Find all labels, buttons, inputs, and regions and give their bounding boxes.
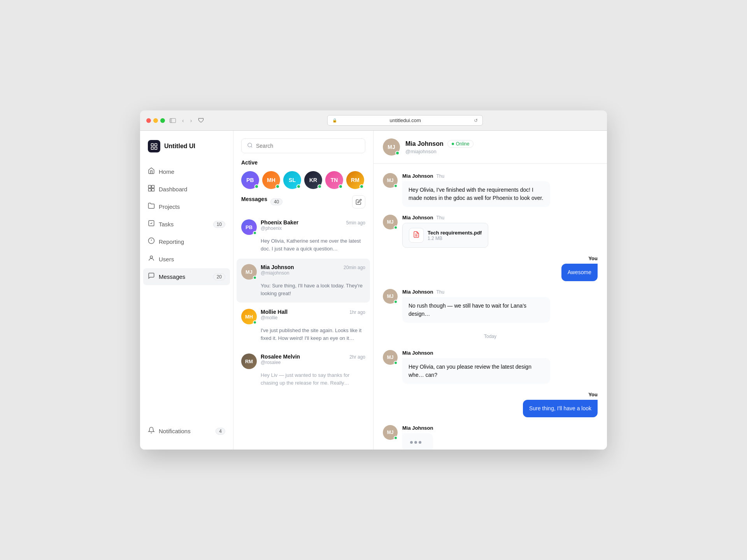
active-avatar[interactable]: SL: [283, 171, 301, 189]
sender-handle: @rosalee: [261, 360, 365, 365]
sidebar-item-label: Home: [159, 168, 174, 175]
chat-message: MJ Mia Johnson Thu: [383, 215, 598, 248]
attachment-name: Tech requirements.pdf: [428, 230, 482, 236]
avatar: MJ: [383, 425, 398, 440]
sidebar-item-notifications[interactable]: Notifications 4: [143, 423, 230, 439]
avatar: MJ: [241, 264, 257, 280]
sidebar-nav: Home Dashboard Projects: [140, 163, 233, 423]
back-arrow[interactable]: ‹: [181, 117, 186, 124]
message-preview: Hey Liv — just wanted to say thanks for …: [241, 371, 365, 387]
search-icon: [247, 142, 253, 149]
attachment-info: Tech requirements.pdf 1.2 MB: [428, 230, 482, 241]
active-avatar[interactable]: PB: [241, 171, 259, 189]
url-text: untitledui.com: [339, 117, 472, 123]
message-time: 5min ago: [346, 220, 365, 226]
chat-message-self: You Sure thing, I'll have a look: [383, 392, 598, 417]
list-item[interactable]: MJ Mia Johnson 20min ago @miajohnson You…: [237, 259, 370, 303]
maximize-button[interactable]: [160, 118, 165, 123]
sidebar-item-label: Messages: [159, 273, 185, 280]
chat-message-self: You Awesome: [383, 256, 598, 281]
dashboard-icon: [148, 185, 155, 194]
svg-rect-6: [149, 189, 151, 191]
message-name-row: Mia Johnson: [402, 350, 550, 356]
message-time: 1hr ago: [349, 310, 365, 315]
avatar: MJ: [383, 289, 398, 304]
sidebar-item-users[interactable]: Users: [143, 251, 230, 268]
list-item[interactable]: MH Mollie Hall 1hr ago @mollie I've just…: [237, 303, 370, 347]
reporting-icon: [148, 237, 155, 246]
minimize-button[interactable]: [153, 118, 158, 123]
forward-arrow[interactable]: ›: [189, 117, 194, 124]
avatar: MJ: [383, 173, 398, 188]
message-sender: You: [588, 392, 598, 397]
message-content: Mia Johnson Hey Olivia, can you please r…: [402, 350, 550, 384]
sender-name: Phoenix Baker: [261, 219, 298, 226]
attachment-size: 1.2 MB: [428, 236, 482, 241]
messages-count-badge: 40: [270, 198, 282, 205]
sidebar-item-home[interactable]: Home: [143, 163, 230, 180]
search-input[interactable]: [256, 143, 359, 149]
search-input-wrap[interactable]: [241, 138, 365, 153]
active-section-title: Active: [241, 159, 365, 166]
online-indicator: [253, 231, 257, 235]
active-avatar[interactable]: RM: [346, 171, 364, 189]
sidebar-item-dashboard[interactable]: Dashboard: [143, 181, 230, 198]
notifications-badge: 4: [216, 428, 225, 435]
online-indicator: [317, 184, 322, 189]
compose-button[interactable]: [352, 195, 365, 208]
browser-nav: ‹ ›: [181, 117, 193, 124]
sidebar-item-label: Projects: [159, 203, 180, 210]
app-layout: Untitled UI Home Dashboard: [140, 131, 607, 450]
active-avatar[interactable]: MH: [262, 171, 280, 189]
svg-point-13: [248, 143, 252, 147]
svg-rect-2: [151, 147, 154, 149]
traffic-lights: [146, 118, 165, 123]
chat-user-info: Mia Johnson Online @miajohnson: [405, 140, 598, 154]
chat-user-avatar: MJ: [383, 138, 400, 156]
online-indicator: [394, 361, 398, 365]
message-content: Mia Johnson Thu Tech requirements.pdf: [402, 215, 488, 248]
sidebar-item-label: Notifications: [159, 428, 191, 434]
date-divider: Today: [383, 334, 598, 339]
message-name-row: Rosalee Melvin 2hr ago: [261, 354, 365, 360]
svg-point-12: [150, 256, 153, 258]
message-meta: Mollie Hall 1hr ago @mollie: [261, 309, 365, 322]
home-icon: [148, 167, 155, 176]
list-item[interactable]: PB Phoenix Baker 5min ago @phoenix Hey O…: [237, 214, 370, 258]
sidebar-item-messages[interactable]: Messages 20: [143, 268, 230, 285]
online-indicator: [296, 184, 301, 189]
active-avatar[interactable]: TN: [325, 171, 343, 189]
list-item[interactable]: RM Rosalee Melvin 2hr ago @rosalee Hey L…: [237, 348, 370, 392]
svg-rect-0: [151, 144, 154, 146]
avatar: MH: [241, 309, 257, 324]
address-bar[interactable]: 🔒 untitledui.com ↺: [327, 115, 483, 126]
typing-dot: [419, 441, 421, 444]
pdf-attachment[interactable]: Tech requirements.pdf 1.2 MB: [402, 223, 488, 248]
online-indicator: [359, 184, 364, 189]
active-section: Active PB MH SL: [233, 159, 373, 195]
typing-indicator: [402, 433, 433, 450]
sidebar-item-projects[interactable]: Projects: [143, 198, 230, 215]
date-label: Today: [484, 334, 496, 339]
close-button[interactable]: [146, 118, 151, 123]
sidebar-item-label: Dashboard: [159, 186, 187, 192]
sidebar-item-tasks[interactable]: Tasks 10: [143, 216, 230, 233]
typing-dots: [409, 438, 427, 447]
message-meta: Mia Johnson 20min ago @miajohnson: [261, 264, 365, 277]
logo-icon: [148, 140, 160, 152]
reload-button[interactable]: ↺: [474, 118, 478, 123]
sidebar-toggle-icon[interactable]: [170, 118, 176, 123]
message-meta: Rosalee Melvin 2hr ago @rosalee: [261, 354, 365, 367]
browser-chrome: ‹ › 🛡 🔒 untitledui.com ↺: [140, 110, 607, 131]
tasks-badge: 10: [213, 221, 225, 228]
message-name-row: Mia Johnson 20min ago: [261, 264, 365, 270]
chat-user-handle: @miajohnson: [405, 149, 598, 154]
sender-name: Rosalee Melvin: [261, 354, 300, 360]
sidebar-item-label: Users: [159, 256, 174, 262]
sidebar-item-reporting[interactable]: Reporting: [143, 233, 230, 250]
pdf-icon: [413, 231, 420, 240]
shield-icon: 🛡: [198, 117, 204, 124]
active-avatar[interactable]: KR: [304, 171, 322, 189]
message-header: PB Phoenix Baker 5min ago @phoenix: [241, 219, 365, 235]
browser-window: ‹ › 🛡 🔒 untitledui.com ↺ Un: [140, 110, 607, 450]
